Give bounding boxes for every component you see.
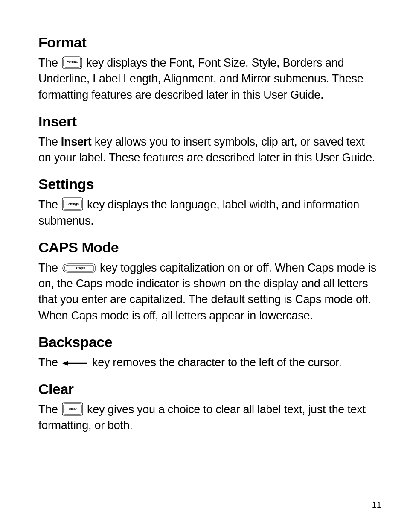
insert-bold-word: Insert xyxy=(61,135,92,148)
text: The xyxy=(38,198,61,211)
clear-key-label: Clear xyxy=(69,407,77,411)
heading-backspace: Backspace xyxy=(38,334,377,351)
paragraph-format: The Format key displays the Font, Font S… xyxy=(38,55,377,103)
heading-insert: Insert xyxy=(38,113,377,130)
heading-settings: Settings xyxy=(38,176,377,193)
paragraph-backspace: The key removes the character to the lef… xyxy=(38,355,377,371)
text: The xyxy=(38,56,61,69)
paragraph-insert: The Insert key allows you to insert symb… xyxy=(38,134,377,166)
svg-marker-5 xyxy=(62,361,68,366)
format-key-label: Format xyxy=(67,60,78,64)
paragraph-settings: The Settings key displays the language, … xyxy=(38,197,377,229)
format-key-icon: Format xyxy=(62,56,82,69)
text: The xyxy=(38,403,61,416)
text: The xyxy=(38,356,61,369)
text: The xyxy=(38,261,61,274)
backspace-arrow-icon xyxy=(62,360,88,367)
heading-format: Format xyxy=(38,34,377,51)
heading-caps: CAPS Mode xyxy=(38,239,377,256)
heading-clear: Clear xyxy=(38,381,377,398)
text: key displays the Font, Font Size, Style,… xyxy=(38,56,363,101)
page-content: Format The Format key displays the Font,… xyxy=(0,0,407,532)
settings-key-label: Settings xyxy=(66,202,79,206)
caps-key-icon: Caps xyxy=(62,263,96,273)
page-number: 11 xyxy=(372,500,381,510)
clear-key-icon: Clear xyxy=(62,402,83,416)
text: The xyxy=(38,135,61,148)
paragraph-clear: The Clear key gives you a choice to clea… xyxy=(38,402,377,434)
paragraph-caps: The Caps key toggles capitalization on o… xyxy=(38,260,377,324)
text: key displays the language, label width, … xyxy=(38,198,359,227)
text: key removes the character to the left of… xyxy=(92,356,342,369)
settings-key-icon: Settings xyxy=(62,197,83,211)
text: key gives you a choice to clear all labe… xyxy=(38,403,366,432)
caps-key-label: Caps xyxy=(76,266,85,270)
